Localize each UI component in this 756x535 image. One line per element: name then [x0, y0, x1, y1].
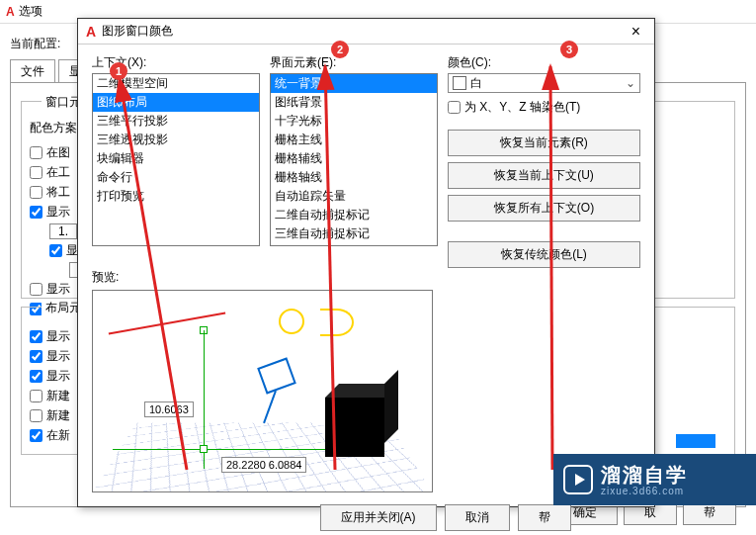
element-item[interactable]: 栅格轴线: [271, 168, 437, 187]
annotation-badge-2: 2: [331, 41, 349, 58]
element-item[interactable]: 动态标注线: [271, 243, 437, 246]
element-item[interactable]: 图纸背景: [271, 93, 437, 112]
chk-show5-label: 显示: [46, 328, 70, 345]
restore-legacy-button[interactable]: 恢复传统颜色(L): [448, 241, 640, 268]
preview-coord-1: 10.6063: [144, 401, 194, 417]
chk-will-tool-box[interactable]: [30, 186, 42, 199]
chk-show6-box[interactable]: [30, 350, 42, 363]
chk-in-new-label: 在新: [46, 427, 70, 444]
tab-file[interactable]: 文件: [10, 59, 55, 83]
preview-sun-icon: [279, 309, 304, 334]
chk-will-tool-label: 将工: [46, 184, 70, 201]
chk-in-drawing-box[interactable]: [30, 146, 42, 159]
preview-light-cone: [320, 309, 354, 336]
element-listbox[interactable]: 统一背景图纸背景十字光标栅格主线栅格辅线栅格轴线自动追踪矢量二维自动捕捉标记三维…: [270, 73, 438, 246]
restore-context-button[interactable]: 恢复当前上下文(U): [448, 162, 640, 189]
context-item[interactable]: 三维平行投影: [93, 112, 259, 131]
chk-in-tool-label: 在工: [46, 164, 70, 181]
dialog-title: 图形窗口颜色: [102, 23, 173, 40]
chk-show3-box[interactable]: [30, 283, 42, 296]
annotation-badge-1: 1: [110, 62, 127, 80]
context-item[interactable]: 块编辑器: [93, 149, 259, 168]
dialog-buttons: 应用并关闭(A) 取消 帮: [92, 504, 640, 531]
chk-in-new-box[interactable]: [30, 429, 42, 442]
element-item[interactable]: 栅格辅线: [271, 149, 437, 168]
tint-xyz-box[interactable]: [448, 101, 461, 114]
chk-new2-label: 新建: [46, 407, 70, 424]
delay-input[interactable]: [49, 223, 77, 239]
element-item[interactable]: 三维自动捕捉标记: [271, 224, 437, 243]
element-label: 界面元素(E):: [270, 54, 438, 71]
chk-show2-box[interactable]: [49, 244, 62, 257]
preview-camera: [257, 357, 296, 394]
help-button[interactable]: 帮: [518, 504, 571, 531]
context-item[interactable]: 命令行: [93, 168, 259, 187]
chk-show1-box[interactable]: [30, 206, 42, 219]
preview-cube: [325, 398, 384, 457]
context-item[interactable]: 打印预览: [93, 187, 259, 206]
preview-handle-2: [200, 445, 208, 453]
element-item[interactable]: 统一背景: [271, 74, 437, 93]
tint-xyz-label: 为 X、Y、Z 轴染色(T): [464, 99, 580, 116]
color-label: 颜色(C):: [448, 54, 640, 71]
app-icon: A: [86, 24, 96, 40]
chk-show7-label: 显示: [46, 368, 70, 385]
element-item[interactable]: 栅格主线: [271, 131, 437, 149]
color-dropdown[interactable]: 白 ⌄: [448, 73, 640, 93]
watermark-brand: 溜溜自学: [601, 464, 688, 486]
restore-element-button[interactable]: 恢复当前元素(R): [448, 130, 640, 156]
preview-axis-h: [113, 449, 340, 450]
chevron-down-icon: ⌄: [622, 76, 639, 90]
cancel-button[interactable]: 取消: [445, 504, 510, 531]
watermark: 溜溜自学 zixue.3d66.com: [553, 454, 756, 505]
chk-show5-box[interactable]: [30, 330, 42, 343]
play-icon: [563, 465, 593, 494]
preview-pane: 10.6063 28.2280 6.0884: [92, 290, 433, 492]
chk-in-tool-box[interactable]: [30, 166, 42, 179]
context-item[interactable]: 三维透视投影: [93, 131, 259, 149]
app-icon: A: [6, 5, 15, 19]
color-value: 白: [470, 75, 482, 92]
chk-new2-box[interactable]: [30, 409, 42, 422]
preview-camera-line: [263, 391, 277, 424]
apply-close-button[interactable]: 应用并关闭(A): [320, 504, 437, 531]
preview-coord-2: 28.2280 6.0884: [221, 457, 306, 473]
chk-show6-label: 显示: [46, 348, 70, 365]
chk-show3-label: 显示: [46, 281, 70, 298]
chk-show7-box[interactable]: [30, 370, 42, 383]
drawing-window-colors-dialog: A 图形窗口颜色 × 上下文(X): 二维模型空间图纸/布局三维平行投影三维透视…: [77, 18, 655, 507]
chk-new1-label: 新建: [46, 388, 70, 404]
context-listbox[interactable]: 二维模型空间图纸/布局三维平行投影三维透视投影块编辑器命令行打印预览: [92, 73, 260, 246]
preview-red-line: [109, 312, 226, 335]
color-swatch: [453, 76, 466, 90]
restore-all-contexts-button[interactable]: 恢复所有上下文(O): [448, 195, 640, 222]
close-icon[interactable]: ×: [626, 23, 646, 41]
element-item[interactable]: 自动追踪矢量: [271, 187, 437, 206]
chk-new1-box[interactable]: [30, 390, 42, 402]
element-item[interactable]: 十字光标: [271, 112, 437, 131]
options-title: 选项: [19, 3, 42, 20]
context-item[interactable]: 图纸/布局: [93, 93, 259, 112]
annotation-badge-3: 3: [560, 41, 578, 58]
chk-in-drawing-label: 在图: [46, 144, 70, 161]
element-item[interactable]: 二维自动捕捉标记: [271, 206, 437, 224]
watermark-url: zixue.3d66.com: [601, 486, 688, 496]
tint-xyz-checkbox[interactable]: 为 X、Y、Z 轴染色(T): [448, 99, 640, 116]
chk-show1-label: 显示: [46, 204, 70, 221]
